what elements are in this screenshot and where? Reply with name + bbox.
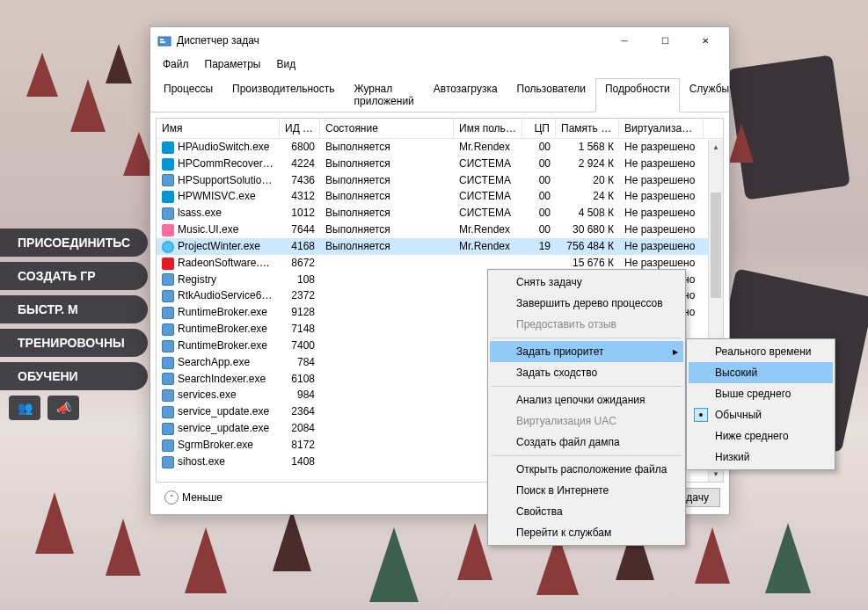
process-icon [162,423,174,435]
people-icon[interactable]: 👥 [9,396,40,420]
menu-separator [492,386,682,387]
game-menu-quick[interactable]: БЫСТР. М [0,295,148,323]
col-pid[interactable]: ИД п... [280,119,320,138]
process-icon [162,340,174,352]
context-menu-item[interactable]: Задать сходство [490,362,683,383]
table-row[interactable]: Music.UI.exe7644ВыполняетсяMr.Rendex0030… [157,221,723,238]
context-menu-item[interactable]: Задать приоритет [490,341,683,362]
svg-rect-1 [160,39,164,40]
process-icon [162,241,174,253]
process-icon [162,439,174,452]
col-virt[interactable]: Виртуализаци... [619,119,704,138]
context-menu-item: Предоставить отзыв [490,314,683,335]
context-menu-item[interactable]: Поиск в Интернете [490,480,683,501]
context-menu-item[interactable]: Обычный [689,404,833,425]
tab-startup[interactable]: Автозагрузка [424,78,507,112]
process-icon [162,373,174,385]
megaphone-icon[interactable]: 📣 [47,396,79,420]
chevron-up-icon: ˄ [164,490,179,505]
menu-file[interactable]: Файл [156,55,196,73]
process-icon [162,273,174,286]
process-icon [162,357,174,369]
tab-processes[interactable]: Процессы [154,78,222,112]
context-menu-item[interactable]: Завершить дерево процессов [490,293,683,314]
process-icon [162,191,174,203]
col-cpu[interactable]: ЦП [522,119,556,138]
context-menu-item[interactable]: Создать файл дампа [490,432,683,453]
game-menu-tutorial[interactable]: ОБУЧЕНИ [0,362,148,390]
col-state[interactable]: Состояние [320,119,454,138]
process-icon [162,307,174,319]
game-menu-training[interactable]: ТРЕНИРОВОЧНЫ [0,329,148,357]
titlebar[interactable]: Диспетчер задач ─ ☐ ✕ [150,27,729,54]
process-icon [162,323,174,336]
table-row[interactable]: lsass.exe1012ВыполняетсяСИСТЕМА004 508 К… [157,205,723,221]
scroll-up-icon[interactable]: ▲ [709,140,723,155]
check-icon [694,408,708,422]
process-icon [162,224,174,236]
context-menu-item[interactable]: Анализ цепочки ожидания [490,389,683,410]
process-icon [162,158,174,171]
col-mem[interactable]: Память (а... [556,119,619,138]
tab-performance[interactable]: Производительность [222,78,344,112]
context-menu-item: Виртуализация UAC [490,410,683,432]
menu-separator [492,455,682,456]
col-user[interactable]: Имя польз... [454,119,522,138]
table-row[interactable]: ProjectWinter.exe4168ВыполняетсяMr.Rende… [157,238,723,255]
maximize-button[interactable]: ☐ [645,27,685,54]
svg-rect-2 [160,41,165,43]
table-row[interactable]: HPSupportSolutions...7436ВыполняетсяСИСТ… [157,172,723,189]
context-menu-item[interactable]: Выше среднего [689,383,833,404]
context-menu-item[interactable]: Снять задачу [490,272,683,293]
process-icon [162,207,174,220]
tab-apphistory[interactable]: Журнал приложений [345,78,424,112]
table-row[interactable]: HPAudioSwitch.exe6800ВыполняетсяMr.Rende… [157,139,723,156]
window-title: Диспетчер задач [177,34,604,47]
menu-view[interactable]: Вид [269,55,303,73]
table-row[interactable]: HPWMISVC.exe4312ВыполняетсяСИСТЕМА0024 К… [157,188,723,205]
tabs: Процессы Производительность Журнал прило… [150,75,729,113]
priority-submenu: Реального времениВысокийВыше среднегоОбы… [686,338,835,470]
game-menu: ПРИСОЕДИНИТЬС СОЗДАТЬ ГР БЫСТР. М ТРЕНИР… [0,229,148,420]
game-menu-join[interactable]: ПРИСОЕДИНИТЬС [0,229,148,257]
fewer-details-button[interactable]: ˄ Меньше [159,489,228,506]
process-icon [162,406,174,418]
process-icon [162,389,174,402]
table-header: Имя ИД п... Состояние Имя польз... ЦП Па… [157,119,723,139]
menu-options[interactable]: Параметры [198,55,268,73]
tab-users[interactable]: Пользователи [507,78,595,112]
game-menu-create[interactable]: СОЗДАТЬ ГР [0,262,148,290]
close-button[interactable]: ✕ [685,27,726,54]
context-menu-item[interactable]: Открыть расположение файла [490,459,683,480]
process-icon [162,290,174,302]
col-name[interactable]: Имя [157,119,280,138]
process-icon [162,174,174,186]
process-icon [162,456,174,468]
tab-services[interactable]: Службы [680,78,739,112]
process-icon [162,142,174,154]
context-menu-item[interactable]: Перейти к службам [490,522,683,543]
scroll-thumb[interactable] [711,192,721,298]
fewer-details-label: Меньше [182,491,222,504]
context-menu-item[interactable]: Низкий [689,447,833,468]
table-row[interactable]: HPCommRecovery.e...4224ВыполняетсяСИСТЕМ… [157,156,723,172]
app-icon [157,33,171,47]
process-icon [162,258,174,270]
menu-separator [492,338,682,338]
context-menu-item[interactable]: Высокий [689,362,833,383]
context-menu-item[interactable]: Реального времени [689,341,833,362]
menubar: Файл Параметры Вид [150,54,729,75]
context-menu-item[interactable]: Ниже среднего [689,425,833,447]
context-menu-item[interactable]: Свойства [490,501,683,522]
tab-details[interactable]: Подробности [595,78,680,113]
context-menu: Снять задачуЗавершить дерево процессовПр… [487,269,686,546]
minimize-button[interactable]: ─ [604,27,645,54]
